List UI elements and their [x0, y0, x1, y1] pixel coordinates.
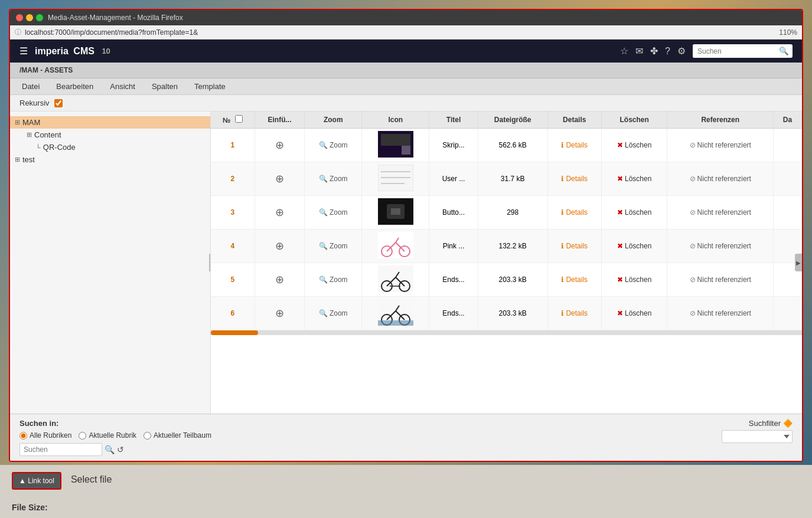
row-5-insert[interactable]: ⊕: [255, 263, 304, 297]
hamburger-icon[interactable]: ☰: [19, 45, 28, 57]
row-6-insert[interactable]: ⊕: [255, 297, 304, 330]
info-icon: ℹ: [561, 175, 564, 183]
tree-item-qrcode[interactable]: └ QR-Code: [10, 141, 210, 153]
thumb-4: [378, 232, 413, 258]
row-4-zoom[interactable]: 🔍 Zoom: [305, 230, 362, 263]
suchfilter-select[interactable]: [722, 430, 793, 443]
row-1-ref: ⊘ Nicht referenziert: [667, 129, 774, 162]
mail-icon[interactable]: ✉: [635, 45, 643, 57]
row-2-details[interactable]: ℹ Details: [547, 162, 601, 196]
menu-spalten[interactable]: Spalten: [149, 81, 180, 92]
search-text-input[interactable]: [19, 443, 102, 456]
traffic-lights: [16, 14, 43, 21]
row-3-insert[interactable]: ⊕: [255, 196, 304, 230]
maximize-button[interactable]: [36, 14, 43, 21]
row-1-zoom[interactable]: 🔍 Zoom: [305, 129, 362, 162]
row-3-zoom[interactable]: 🔍 Zoom: [305, 196, 362, 230]
zoom-link[interactable]: 🔍 Zoom: [309, 309, 357, 317]
row-1-icon: [362, 129, 429, 162]
file-size-section: File Size:: [12, 503, 48, 512]
zoom-link[interactable]: 🔍 Zoom: [309, 175, 357, 183]
row-1-insert[interactable]: ⊕: [255, 129, 304, 162]
table-collapse-handle[interactable]: ▶: [795, 254, 802, 271]
search-refresh-icon[interactable]: ↺: [117, 445, 124, 454]
puzzle-icon[interactable]: ✤: [650, 45, 658, 57]
row-4-details[interactable]: ℹ Details: [547, 230, 601, 263]
radio-alle-label: Alle Rubriken: [30, 431, 71, 440]
details-link[interactable]: ℹ Details: [553, 175, 596, 183]
row-6-zoom[interactable]: 🔍 Zoom: [305, 297, 362, 330]
minimize-button[interactable]: [26, 14, 33, 21]
tree-item-test[interactable]: ⊞ test: [10, 153, 210, 166]
row-6-details[interactable]: ℹ Details: [547, 297, 601, 330]
menu-datei[interactable]: Datei: [19, 81, 42, 92]
close-button[interactable]: [16, 14, 23, 21]
details-link[interactable]: ℹ Details: [553, 309, 596, 317]
row-5-delete[interactable]: ✖ Löschen: [601, 263, 667, 297]
row-2-insert[interactable]: ⊕: [255, 162, 304, 196]
delete-link[interactable]: ✖ Löschen: [606, 309, 663, 317]
star-icon[interactable]: ☆: [620, 45, 628, 57]
row-2-delete[interactable]: ✖ Löschen: [601, 162, 667, 196]
not-referenced: ⊘ Nicht referenziert: [672, 175, 768, 183]
row-2-zoom[interactable]: 🔍 Zoom: [305, 162, 362, 196]
tree-item-content[interactable]: ⊞ Content: [10, 129, 210, 141]
details-link[interactable]: ℹ Details: [553, 141, 596, 149]
insert-icon[interactable]: ⊕: [275, 307, 284, 319]
insert-icon[interactable]: ⊕: [275, 274, 284, 286]
cms-search-input[interactable]: [693, 45, 775, 58]
rekursiv-checkbox[interactable]: [54, 99, 63, 107]
radio-teilbaum-input[interactable]: [144, 432, 151, 440]
zoom-link[interactable]: 🔍 Zoom: [309, 276, 357, 284]
row-6-delete[interactable]: ✖ Löschen: [601, 297, 667, 330]
select-all-checkbox[interactable]: [235, 115, 243, 123]
details-link[interactable]: ℹ Details: [553, 242, 596, 250]
table-scroll-thumb[interactable]: [211, 330, 258, 335]
delete-link[interactable]: ✖ Löschen: [606, 208, 663, 217]
row-3-delete[interactable]: ✖ Löschen: [601, 196, 667, 230]
zoom-link[interactable]: 🔍 Zoom: [309, 208, 357, 217]
row-1-details[interactable]: ℹ Details: [547, 129, 601, 162]
tree-item-mam[interactable]: ⊞ MAM: [10, 116, 210, 129]
radio-aktueller-teilbaum[interactable]: Aktueller Teilbaum: [144, 431, 211, 440]
row-3-details[interactable]: ℹ Details: [547, 196, 601, 230]
radio-alle-input[interactable]: [19, 432, 27, 440]
radio-aktuelle-label: Aktuelle Rubrik: [89, 431, 136, 440]
settings-icon[interactable]: ⚙: [677, 45, 686, 57]
no-ref-icon: ⊘: [690, 141, 696, 149]
col-zoom: Zoom: [305, 112, 362, 129]
delete-link[interactable]: ✖ Löschen: [606, 141, 663, 149]
delete-link[interactable]: ✖ Löschen: [606, 175, 663, 183]
zoom-search-icon: 🔍: [319, 309, 328, 317]
row-4-delete[interactable]: ✖ Löschen: [601, 230, 667, 263]
menu-template[interactable]: Template: [192, 81, 228, 92]
zoom-search-icon: 🔍: [319, 276, 328, 284]
search-execute-icon[interactable]: 🔍: [105, 445, 115, 454]
link-tool-button[interactable]: ▲ Link tool: [12, 472, 61, 490]
details-link[interactable]: ℹ Details: [553, 276, 596, 284]
insert-icon[interactable]: ⊕: [275, 139, 284, 151]
insert-icon[interactable]: ⊕: [275, 173, 284, 185]
row-5-zoom[interactable]: 🔍 Zoom: [305, 263, 362, 297]
delete-link[interactable]: ✖ Löschen: [606, 276, 663, 284]
cms-search-button[interactable]: 🔍: [775, 44, 793, 58]
address-url[interactable]: localhost:7000/imp/document/media?fromTe…: [25, 28, 775, 37]
address-info-icon: ⓘ: [15, 28, 21, 37]
table-scrollbar[interactable]: [211, 330, 802, 335]
menu-bearbeiten[interactable]: Bearbeiten: [54, 81, 96, 92]
row-4-insert[interactable]: ⊕: [255, 230, 304, 263]
insert-icon[interactable]: ⊕: [275, 206, 284, 218]
row-1-delete[interactable]: ✖ Löschen: [601, 129, 667, 162]
zoom-link[interactable]: 🔍 Zoom: [309, 141, 357, 149]
rekursiv-label: Rekursiv: [19, 99, 50, 107]
details-link[interactable]: ℹ Details: [553, 208, 596, 217]
menu-ansicht[interactable]: Ansicht: [107, 81, 138, 92]
delete-link[interactable]: ✖ Löschen: [606, 242, 663, 250]
row-5-details[interactable]: ℹ Details: [547, 263, 601, 297]
radio-aktuelle-input[interactable]: [79, 432, 86, 440]
radio-aktuelle-rubrik[interactable]: Aktuelle Rubrik: [79, 431, 136, 440]
help-icon[interactable]: ?: [665, 46, 670, 57]
radio-alle-rubriken[interactable]: Alle Rubriken: [19, 431, 71, 440]
zoom-link[interactable]: 🔍 Zoom: [309, 242, 357, 250]
insert-icon[interactable]: ⊕: [275, 240, 284, 252]
